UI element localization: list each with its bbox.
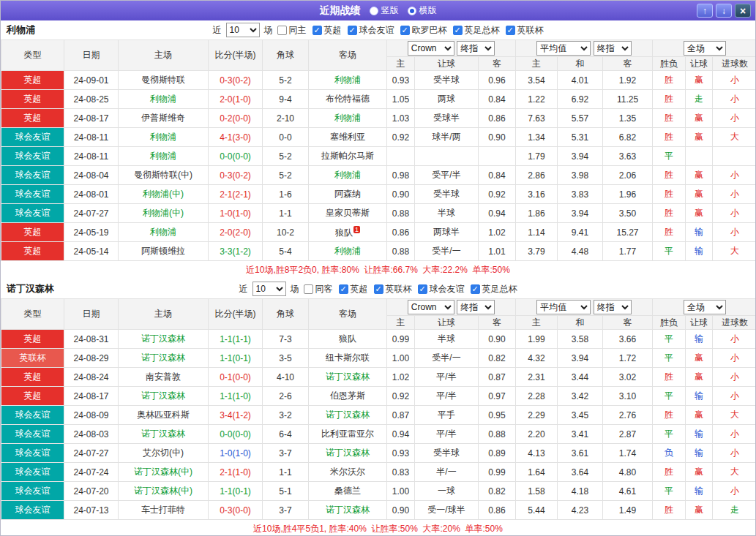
match-date: 24-07-27 bbox=[64, 204, 119, 223]
match-count-select[interactable]: 10 bbox=[252, 282, 286, 296]
checkbox-checked-icon[interactable] bbox=[348, 26, 357, 35]
asia-handicap: 受半球 bbox=[415, 444, 479, 463]
col-header-home: 主场 bbox=[119, 299, 209, 330]
home-team: 诺丁汉森林 bbox=[119, 425, 209, 444]
asia-handicap: 两球半 bbox=[415, 223, 479, 242]
asia-away-odds: 0.89 bbox=[479, 444, 516, 463]
filter-checkbox-英超[interactable]: 英超 bbox=[312, 24, 342, 37]
result-handicap: 输 bbox=[686, 425, 713, 444]
games-label: 场 bbox=[264, 24, 273, 37]
asia-home-odds bbox=[387, 147, 415, 166]
asia-away-odds: 0.90 bbox=[479, 128, 516, 147]
match-row: 球会友谊24-07-24诺丁汉森林(中)2-1(1-0)1-1米尔沃尔0.83半… bbox=[1, 463, 756, 482]
euro-away-odds: 1.77 bbox=[603, 242, 653, 261]
checkbox-checked-icon[interactable] bbox=[471, 284, 480, 294]
filter-checkbox-球会友谊[interactable]: 球会友谊 bbox=[418, 283, 465, 295]
close-button[interactable]: × bbox=[735, 4, 751, 18]
filter-checkbox-欧罗巴杯[interactable]: 欧罗巴杯 bbox=[400, 24, 447, 37]
result-outcome: 胜 bbox=[653, 368, 686, 387]
away-team: 米尔沃尔 bbox=[309, 463, 387, 482]
asia-away-odds: 0.84 bbox=[479, 166, 516, 185]
checkbox-unchecked-icon[interactable] bbox=[277, 26, 287, 35]
radio-unselected-icon[interactable] bbox=[370, 7, 378, 15]
asia-away-odds: 0.88 bbox=[479, 425, 516, 444]
average-select[interactable]: 平均值 bbox=[536, 41, 591, 56]
home-team: 诺丁汉森林 bbox=[119, 330, 209, 349]
average-select[interactable]: 平均值 bbox=[536, 300, 591, 314]
asia-handicap: 球半/两 bbox=[415, 128, 479, 147]
odds-type-select[interactable]: 终指 bbox=[457, 300, 495, 314]
match-count-select[interactable]: 10 bbox=[226, 23, 260, 37]
league-badge: 球会友谊 bbox=[1, 147, 64, 166]
euro-home-odds: 4.13 bbox=[516, 444, 558, 463]
euro-draw-odds: 3.45 bbox=[558, 406, 603, 425]
checkbox-checked-icon[interactable] bbox=[418, 284, 427, 294]
score-halftime: 1-1(0-1) bbox=[209, 349, 263, 368]
match-date: 24-08-24 bbox=[64, 368, 119, 387]
filter-checkbox-英超[interactable]: 英超 bbox=[339, 283, 368, 295]
result-goals: 小 bbox=[713, 90, 756, 109]
euro-draw-odds: 3.94 bbox=[558, 147, 603, 166]
checkbox-checked-icon[interactable] bbox=[312, 26, 322, 35]
odds-type-select[interactable]: 终指 bbox=[457, 41, 495, 56]
result-goals: 小 bbox=[713, 387, 756, 406]
sub-header-asia-home: 主 bbox=[387, 316, 415, 330]
corner-count: 10-2 bbox=[263, 223, 309, 242]
match-date: 24-07-24 bbox=[64, 463, 119, 482]
odds-type-select-2[interactable]: 终指 bbox=[594, 41, 632, 56]
odds-type-select-2[interactable]: 终指 bbox=[594, 300, 632, 314]
radio-selected-icon[interactable] bbox=[408, 7, 416, 15]
checkbox-checked-icon[interactable] bbox=[506, 26, 515, 35]
sub-header-asia-away: 客 bbox=[479, 316, 516, 330]
filter-checkbox-英足总杯[interactable]: 英足总杯 bbox=[453, 24, 500, 37]
scroll-up-button[interactable]: ↑ bbox=[697, 4, 713, 18]
asia-away-odds: 0.92 bbox=[479, 185, 516, 204]
match-date: 24-08-17 bbox=[64, 109, 119, 128]
checkbox-checked-icon[interactable] bbox=[453, 26, 463, 35]
filter-checkbox-英联杯[interactable]: 英联杯 bbox=[506, 24, 544, 37]
titlebar-center: 近期战绩 竖版 横版 bbox=[1, 4, 755, 18]
filter-checkbox-同主[interactable]: 同主 bbox=[277, 24, 307, 37]
result-outcome: 平 bbox=[653, 425, 686, 444]
checkbox-checked-icon[interactable] bbox=[374, 284, 383, 294]
asia-handicap: 平/半 bbox=[415, 425, 479, 444]
filter-checkbox-英足总杯[interactable]: 英足总杯 bbox=[471, 283, 517, 295]
layout-option-vertical[interactable]: 竖版 bbox=[370, 4, 399, 17]
bookmaker-select[interactable]: Crown bbox=[408, 300, 454, 314]
score-halftime: 3-3(1-2) bbox=[209, 242, 263, 261]
filter-checkbox-球会友谊[interactable]: 球会友谊 bbox=[348, 24, 394, 37]
scope-select[interactable]: 全场 bbox=[684, 300, 726, 314]
asia-handicap: 一球 bbox=[415, 482, 479, 501]
checkbox-unchecked-icon[interactable] bbox=[304, 284, 313, 294]
asia-handicap bbox=[415, 147, 479, 166]
filter-checkbox-英联杯[interactable]: 英联杯 bbox=[374, 283, 412, 295]
corner-count: 0-0 bbox=[263, 128, 309, 147]
euro-draw-odds: 3.94 bbox=[558, 349, 603, 368]
checkbox-label: 球会友谊 bbox=[359, 24, 394, 37]
match-date: 24-08-11 bbox=[64, 128, 119, 147]
home-team: 曼彻斯特联(中) bbox=[119, 166, 209, 185]
euro-odds-header: 平均值 终指 bbox=[516, 299, 653, 316]
euro-away-odds: 4.61 bbox=[603, 482, 653, 501]
result-goals: 小 bbox=[713, 223, 756, 242]
filter-checkbox-同客[interactable]: 同客 bbox=[304, 283, 333, 295]
bookmaker-select[interactable]: Crown bbox=[408, 41, 454, 56]
checkbox-checked-icon[interactable] bbox=[339, 284, 348, 294]
scope-select[interactable]: 全场 bbox=[684, 41, 726, 56]
euro-home-odds: 5.44 bbox=[516, 501, 558, 520]
checkbox-checked-icon[interactable] bbox=[400, 26, 410, 35]
league-badge: 英超 bbox=[1, 330, 64, 349]
sub-header-euro-away: 客 bbox=[603, 57, 653, 71]
euro-home-odds: 4.32 bbox=[516, 349, 558, 368]
result-goals bbox=[713, 147, 756, 166]
match-row: 球会友谊24-08-11利物浦0-0(0-0)5-2拉斯帕尔马斯1.793.94… bbox=[1, 147, 756, 166]
euro-away-odds: 2.06 bbox=[603, 166, 653, 185]
home-team: 利物浦(中) bbox=[119, 204, 209, 223]
league-badge: 英超 bbox=[1, 387, 64, 406]
checkbox-label: 球会友谊 bbox=[430, 283, 465, 295]
league-badge: 球会友谊 bbox=[1, 406, 64, 425]
match-date: 24-08-09 bbox=[64, 406, 119, 425]
scroll-down-button[interactable]: ↓ bbox=[716, 4, 732, 18]
euro-away-odds: 15.27 bbox=[603, 223, 653, 242]
layout-option-horizontal[interactable]: 横版 bbox=[408, 4, 437, 17]
